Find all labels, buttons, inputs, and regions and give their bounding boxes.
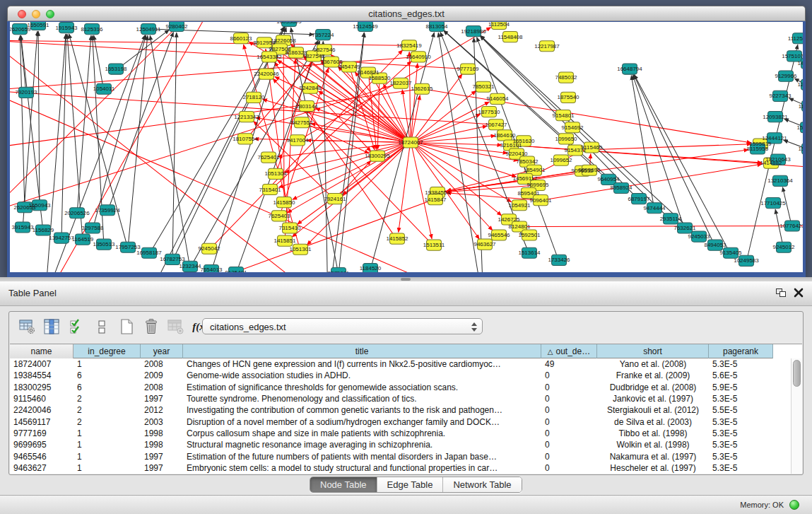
row-height-icon — [96, 319, 107, 335]
graph-edge — [10, 40, 403, 45]
graph-node-label: 12093821 — [763, 114, 788, 120]
column-header-in_degree[interactable]: in_degree — [73, 344, 141, 358]
cell-short: de Silva et al. (2003) — [597, 417, 709, 427]
column-header-out_de[interactable]: △out_de… — [541, 344, 597, 358]
column-header-name[interactable]: name — [10, 344, 73, 358]
graph-node-label: 12444121 — [762, 135, 787, 141]
cell-pagerank: 5.3E-5 — [709, 428, 773, 438]
table-panel-inner: f(x) citations_edges.txt namein_degreeye… — [8, 311, 804, 475]
cell-name: 9463627 — [10, 463, 73, 473]
graph-edge — [38, 31, 40, 200]
graph-node-label: 1592501 — [518, 232, 541, 238]
table-row[interactable]: 2242004622012Investigating the contribut… — [10, 404, 802, 416]
graph-node-label: 9129966 — [775, 73, 797, 79]
dropdown-stepper-icon — [471, 322, 477, 332]
close-panel-button[interactable] — [794, 288, 804, 298]
graph-edge — [582, 144, 751, 151]
graph-node-label: 2718120 — [242, 94, 265, 100]
network-graph: 1872400786601238912954182260589827508165… — [10, 22, 803, 272]
scrollbar-thumb[interactable] — [793, 360, 801, 387]
import-table-button[interactable] — [166, 317, 185, 336]
column-header-short[interactable]: short — [597, 344, 709, 358]
cell-title: Structural magnetic resonance image aver… — [183, 440, 541, 450]
cell-year: 2012 — [141, 405, 183, 415]
graph-node-label: 9245042 — [198, 245, 220, 252]
graph-node-label: 1875540 — [557, 94, 579, 100]
tab-edge-table[interactable]: Edge Table — [377, 477, 444, 492]
cell-pagerank: 5.3E-5 — [709, 417, 773, 427]
network-window: citations_edges.txt 18724007866012389129… — [7, 6, 806, 277]
cell-pagerank: 5.3E-5 — [709, 452, 773, 462]
pane-resize-handle[interactable] — [401, 278, 411, 281]
float-panel-button[interactable] — [776, 288, 787, 298]
table-tabs: Node TableEdge TableNetwork Table — [310, 477, 522, 493]
vertical-scrollbar[interactable] — [791, 358, 802, 474]
import-table-icon — [167, 319, 184, 335]
table-row[interactable]: 977716911998Corpus callosum shape and si… — [10, 428, 802, 439]
table-row[interactable]: 1872400712008Changes of HCN gene express… — [10, 358, 802, 370]
column-header-label: name — [30, 346, 52, 356]
graph-node-label: 18724007 — [398, 139, 423, 146]
table-row[interactable]: 911546021997Tourette syndrome. Phenomeno… — [10, 393, 802, 404]
show-columns-button[interactable] — [42, 317, 61, 336]
cell-year: 1998 — [141, 440, 183, 450]
tab-node-table[interactable]: Node Table — [310, 477, 377, 492]
column-header-title[interactable]: title — [183, 344, 541, 358]
new-table-button[interactable] — [117, 317, 136, 336]
sort-indicator-icon: △ — [548, 348, 553, 356]
graph-node-label: 1164519 — [72, 236, 94, 243]
graph-node-label: 18210643 — [765, 156, 791, 163]
graph-node-label: 1415847 — [424, 197, 447, 203]
cell-out_de: 0 — [541, 394, 597, 404]
graph-node-label: 1112504 — [488, 22, 510, 28]
column-header-label: year — [153, 346, 170, 356]
graph-node-label: 13210364 — [767, 177, 793, 184]
graph-edge — [67, 34, 82, 234]
table-settings-button[interactable] — [18, 317, 37, 336]
graph-node-label: 1653198 — [105, 66, 127, 72]
cell-title: Estimation of significance thresholds fo… — [183, 382, 541, 392]
cell-out_de: 0 — [541, 370, 597, 380]
cell-out_de: 0 — [541, 428, 597, 438]
table-row[interactable]: 946362711997Embryonic stem cells: a mode… — [10, 462, 802, 474]
table-panel-title: Table Panel — [8, 288, 57, 298]
graph-node-label: 9096401 — [529, 197, 552, 204]
memory-status-label: Memory: OK — [740, 501, 784, 509]
row-height-button[interactable] — [92, 317, 111, 336]
table-row[interactable]: 1938455462009Genome-wide association stu… — [10, 370, 802, 381]
graph-node-label: 8135401 — [225, 269, 247, 272]
tab-network-table[interactable]: Network Table — [443, 477, 521, 492]
network-canvas[interactable]: 1872400786601238912954182260589827508165… — [7, 21, 806, 277]
column-header-label: out_de… — [556, 346, 591, 356]
cell-title: Embryonic stem cells: a model to study s… — [183, 463, 541, 473]
graph-node-label: 2935114 — [660, 216, 682, 222]
table-row[interactable]: 969969511998Structural magnetic resonanc… — [10, 439, 802, 450]
graph-node-label: 8494053 — [704, 242, 726, 248]
graph-node-label: 1651620 — [512, 138, 535, 144]
select-rows-button[interactable] — [67, 317, 86, 336]
graph-node-label: 10776423 — [779, 223, 803, 229]
table-row[interactable]: 946554611997Estimation of the future num… — [10, 450, 802, 462]
graph-edge — [417, 143, 507, 153]
column-header-year[interactable]: year — [141, 344, 183, 358]
cell-short: Franke et al. (2009) — [597, 370, 709, 380]
cell-in_degree: 1 — [73, 428, 141, 438]
delete-table-button[interactable] — [141, 317, 160, 336]
table-row[interactable]: 1830029562008Estimation of significance … — [10, 382, 802, 393]
graph-edge — [372, 33, 434, 264]
cell-name: 18724007 — [10, 359, 73, 369]
graph-node-label: 9245012 — [772, 244, 795, 250]
network-window-titlebar[interactable]: citations_edges.txt — [7, 6, 806, 21]
column-header-pagerank[interactable]: pagerank — [709, 344, 773, 358]
cell-short: Nakamura et al. (1997) — [597, 452, 709, 462]
cell-year: 2009 — [141, 370, 183, 380]
graph-node-label: 18226058 — [271, 37, 296, 44]
memory-status-indicator[interactable] — [789, 500, 799, 510]
table-row[interactable]: 1456911722003Disruption of a novel membe… — [10, 416, 802, 427]
cell-year: 1997 — [141, 394, 183, 404]
graph-node-label: 1415851 — [273, 238, 296, 244]
table-selector-dropdown[interactable]: citations_edges.txt — [202, 318, 483, 334]
cell-short: Yano et al. (2008) — [597, 359, 709, 369]
cell-out_de: 0 — [541, 405, 597, 415]
cell-out_de: 0 — [541, 452, 597, 462]
